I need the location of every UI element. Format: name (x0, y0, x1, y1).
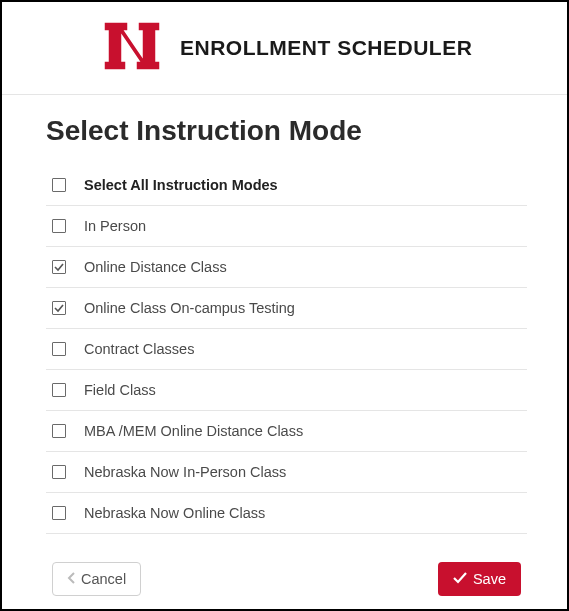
list-item: Online Class On-campus Testing (46, 288, 527, 329)
checkbox-online-distance[interactable] (52, 260, 66, 274)
instruction-mode-list: Select All Instruction Modes In Person O… (46, 165, 527, 534)
app-header: ENROLLMENT SCHEDULER (2, 2, 567, 95)
item-label: MBA /MEM Online Distance Class (84, 423, 303, 439)
item-label: Contract Classes (84, 341, 194, 357)
checkbox-nebraska-now-inperson[interactable] (52, 465, 66, 479)
list-item: Contract Classes (46, 329, 527, 370)
cancel-label: Cancel (81, 571, 126, 587)
item-label: Online Distance Class (84, 259, 227, 275)
checkbox-mba-mem-online[interactable] (52, 424, 66, 438)
item-label: Field Class (84, 382, 156, 398)
select-all-checkbox[interactable] (52, 178, 66, 192)
footer-actions: Cancel Save (46, 562, 527, 596)
cancel-button[interactable]: Cancel (52, 562, 141, 596)
list-item: Nebraska Now Online Class (46, 493, 527, 534)
list-item: Field Class (46, 370, 527, 411)
item-label: Nebraska Now In-Person Class (84, 464, 286, 480)
checkbox-nebraska-now-online[interactable] (52, 506, 66, 520)
list-item: Nebraska Now In-Person Class (46, 452, 527, 493)
nebraska-n-logo-icon (102, 20, 162, 76)
list-item: Online Distance Class (46, 247, 527, 288)
list-item: MBA /MEM Online Distance Class (46, 411, 527, 452)
select-all-row: Select All Instruction Modes (46, 165, 527, 206)
save-label: Save (473, 571, 506, 587)
checkbox-online-oncampus-testing[interactable] (52, 301, 66, 315)
item-label: Nebraska Now Online Class (84, 505, 265, 521)
item-label: In Person (84, 218, 146, 234)
main-content: Select Instruction Mode Select All Instr… (2, 95, 567, 611)
save-button[interactable]: Save (438, 562, 521, 596)
checkbox-field-class[interactable] (52, 383, 66, 397)
chevron-left-icon (67, 571, 81, 587)
page-title: Select Instruction Mode (46, 115, 527, 147)
checkbox-contract-classes[interactable] (52, 342, 66, 356)
checkbox-in-person[interactable] (52, 219, 66, 233)
app-title: ENROLLMENT SCHEDULER (180, 36, 472, 60)
check-icon (453, 571, 473, 587)
select-all-label: Select All Instruction Modes (84, 177, 278, 193)
item-label: Online Class On-campus Testing (84, 300, 295, 316)
list-item: In Person (46, 206, 527, 247)
